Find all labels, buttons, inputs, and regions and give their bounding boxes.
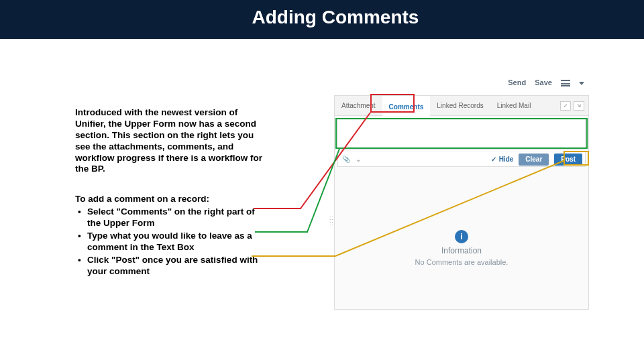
info-icon: i — [455, 230, 468, 243]
info-heading: Information — [337, 246, 586, 255]
check-icon: ✓ — [491, 156, 496, 163]
empty-state: i Information No Comments are available. — [337, 183, 586, 266]
steps-heading: To add a comment on a record: — [75, 194, 270, 205]
step-item: Type what you would like to leave as a c… — [75, 231, 270, 253]
menu-icon[interactable] — [561, 80, 570, 86]
collapse-icon[interactable]: ⇲ — [574, 101, 584, 111]
tab-linked-mail[interactable]: Linked Mail — [490, 96, 538, 116]
paperclip-icon[interactable]: 📎 — [338, 156, 354, 163]
comment-toolbar: 📎 ⌄ ✓Hide Clear Post — [337, 152, 586, 167]
step-item: Select "Comments" on the right part of t… — [75, 206, 270, 229]
hide-button[interactable]: ✓Hide — [491, 156, 514, 163]
chevron-down-icon[interactable]: ⌄ — [356, 156, 361, 163]
highlight-textbox — [335, 118, 588, 149]
save-button[interactable]: Save — [535, 78, 552, 86]
intro-paragraph: Introduced with the newest version of Un… — [75, 107, 270, 175]
drag-handle-icon[interactable]: :::::: — [329, 217, 334, 225]
slide-title: Adding Comments — [0, 0, 644, 39]
highlight-post-button — [564, 151, 589, 166]
panel-top-actions: Send Save — [501, 78, 584, 86]
send-button[interactable]: Send — [508, 78, 526, 86]
step-item: Click "Post" once you are satisfied with… — [75, 255, 270, 278]
expand-icon[interactable]: ⤢ — [560, 101, 571, 111]
clear-button[interactable]: Clear — [519, 154, 549, 166]
info-message: No Comments are available. — [337, 258, 586, 266]
highlight-comments-tab — [370, 94, 415, 113]
explanatory-text: Introduced with the newest version of Un… — [75, 107, 270, 278]
tab-linked-records[interactable]: Linked Records — [430, 96, 490, 116]
steps-list: Select "Comments" on the right part of t… — [75, 206, 270, 277]
chevron-down-icon[interactable] — [579, 82, 584, 85]
